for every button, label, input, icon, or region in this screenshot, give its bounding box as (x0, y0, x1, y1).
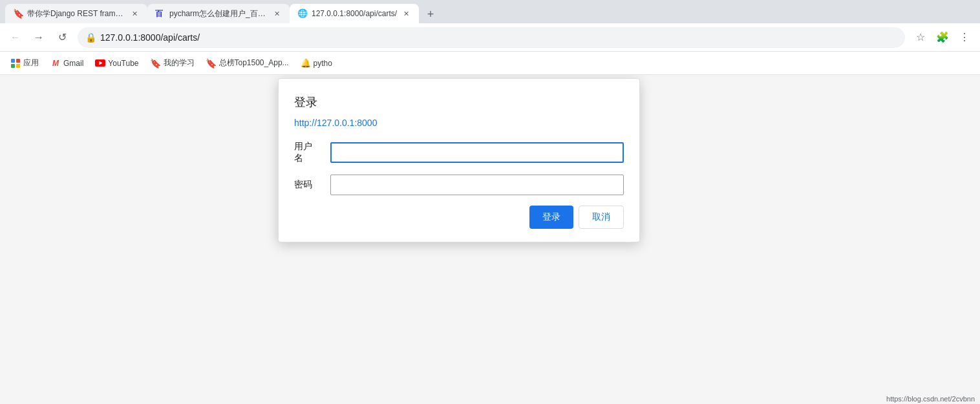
toolbar-actions: ☆ 🧩 ⋮ (910, 27, 975, 48)
bookmarks-bar: 应用 M Gmail YouTube 🔖 我的学习 🔖 总榜Top1500_Ap… (0, 52, 980, 75)
toolbar: ← → ↺ 🔒 127.0.0.1:8000/api/carts/ ☆ 🧩 ⋮ (0, 23, 980, 52)
bookmark-top1500-label: 总榜Top1500_App... (219, 58, 289, 69)
bookmark-gmail[interactable]: M Gmail (45, 55, 89, 72)
tab-2[interactable]: 百 pycharm怎么创建用户_百度搜索 ✕ (147, 4, 290, 23)
bookmark-pytho[interactable]: 🔔 pytho (295, 55, 337, 72)
address-text: 127.0.0.1:8000/api/carts/ (100, 32, 200, 43)
pytho-favicon: 🔔 (301, 58, 311, 69)
page-content: 登录 http://127.0.0.1:8000 用户名 密码 登录 取消 ht… (0, 75, 980, 404)
bookmark-mylearn-label: 我的学习 (164, 58, 195, 69)
login-dialog: 登录 http://127.0.0.1:8000 用户名 密码 登录 取消 (278, 78, 640, 242)
cancel-button[interactable]: 取消 (579, 206, 624, 229)
reload-button[interactable]: ↺ (52, 27, 72, 48)
username-label: 用户名 (294, 141, 320, 164)
tab1-title: 带你学Django REST framewor (27, 8, 125, 19)
youtube-favicon (95, 58, 105, 69)
bookmark-youtube[interactable]: YouTube (90, 55, 144, 72)
top1500-favicon: 🔖 (206, 58, 217, 69)
password-input[interactable] (330, 175, 624, 195)
bookmark-youtube-label: YouTube (108, 59, 138, 68)
bookmark-apps[interactable]: 应用 (5, 55, 44, 72)
tab2-title: pycharm怎么创建用户_百度搜索 (169, 8, 268, 19)
tab2-close[interactable]: ✕ (272, 8, 282, 19)
tab-bar: 🔖 带你学Django REST framewor ✕ 百 pycharm怎么创… (0, 0, 980, 23)
browser-frame: 🔖 带你学Django REST framewor ✕ 百 pycharm怎么创… (0, 0, 980, 404)
bookmark-gmail-label: Gmail (63, 59, 83, 68)
dialog-title: 登录 (294, 94, 624, 110)
tab-1[interactable]: 🔖 带你学Django REST framewor ✕ (5, 4, 147, 23)
username-input[interactable] (330, 142, 624, 163)
login-button[interactable]: 登录 (529, 206, 573, 229)
bookmark-mylearn[interactable]: 🔖 我的学习 (145, 55, 200, 72)
tab1-close[interactable]: ✕ (129, 8, 140, 19)
tab3-close[interactable]: ✕ (401, 8, 411, 19)
tab-3[interactable]: 🌐 127.0.0.1:8000/api/carts/ ✕ (290, 4, 419, 23)
password-row: 密码 (294, 175, 624, 195)
password-label: 密码 (294, 179, 320, 191)
menu-button[interactable]: ⋮ (954, 27, 975, 48)
mylearn-favicon: 🔖 (151, 58, 161, 69)
bookmark-top1500[interactable]: 🔖 总榜Top1500_App... (201, 55, 294, 72)
username-row: 用户名 (294, 141, 624, 164)
tab1-favicon: 🔖 (13, 8, 23, 19)
tab2-favicon: 百 (155, 8, 165, 19)
bookmark-star-button[interactable]: ☆ (910, 27, 931, 48)
dialog-actions: 登录 取消 (294, 206, 624, 229)
new-tab-button[interactable]: + (421, 5, 440, 23)
gmail-favicon: M (50, 58, 61, 69)
bookmark-apps-label: 应用 (23, 58, 39, 69)
extensions-button[interactable]: 🧩 (932, 27, 953, 48)
lock-icon: 🔒 (85, 32, 96, 43)
status-bar: https://blog.csdn.net/2cvbnn (881, 394, 980, 404)
bookmark-pytho-label: pytho (314, 59, 332, 68)
back-button[interactable]: ← (5, 27, 26, 48)
tab3-favicon: 🌐 (297, 8, 308, 19)
tab3-title: 127.0.0.1:8000/api/carts/ (312, 9, 397, 18)
status-text: https://blog.csdn.net/2cvbnn (886, 395, 975, 403)
address-bar[interactable]: 🔒 127.0.0.1:8000/api/carts/ (78, 27, 905, 48)
apps-favicon (10, 58, 21, 69)
dialog-url: http://127.0.0.1:8000 (294, 118, 624, 128)
forward-button[interactable]: → (28, 27, 49, 48)
